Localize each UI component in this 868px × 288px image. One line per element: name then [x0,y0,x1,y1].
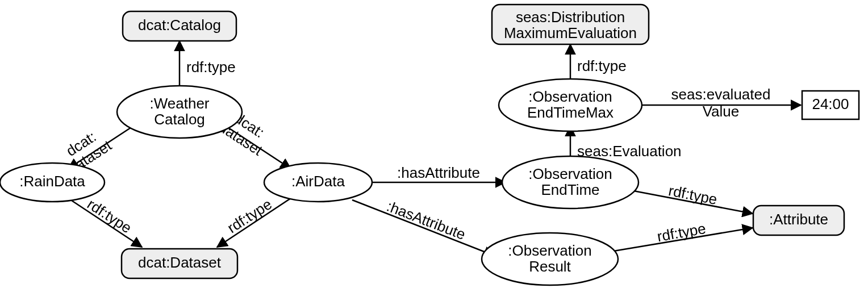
node-obs-result: :Observation Result [482,233,618,285]
node-dcat-dataset: dcat:Dataset [122,249,237,278]
edge-et-type-label: rdf:type [667,182,719,208]
node-air-data: :AirData [264,163,372,202]
node-literal-2400: 24:00 [802,91,859,119]
edge-etmax-type-label: rdf:type [577,57,627,74]
edge-etmax-value-label-1: seas:evaluated [671,86,771,103]
svg-text::Observation: :Observation [508,242,591,259]
edge-air-type-label: rdf:type [224,195,275,236]
svg-text:EndTime: EndTime [541,181,599,198]
svg-text:rdf:type: rdf:type [656,220,707,245]
svg-text:MaximumEvaluation: MaximumEvaluation [504,24,637,41]
svg-text::hasAttribute: :hasAttribute [385,198,468,243]
svg-text::AirData: :AirData [291,173,345,190]
edge-air-has-endtime-label: :hasAttribute [397,164,480,181]
svg-text:rdf:type: rdf:type [224,195,275,236]
svg-text:24:00: 24:00 [812,95,849,112]
edge-air-has-result-label: :hasAttribute [385,198,468,243]
edge-rain-type-label: rdf:type [84,195,135,236]
svg-text::Weather: :Weather [149,95,209,112]
svg-text:rdf:type: rdf:type [84,195,135,236]
svg-text:dcat:Dataset: dcat:Dataset [138,254,222,271]
svg-text:seas:Distribution: seas:Distribution [516,9,625,26]
svg-text::Observation: :Observation [528,165,612,182]
edge-etmax-value-label-2: Value [703,103,740,120]
svg-text:rdf:type: rdf:type [667,182,719,208]
node-dcat-catalog: dcat:Catalog [123,11,236,41]
node-obs-end-time-max: :Observation EndTimeMax [499,79,642,131]
node-seas-dist-max-eval: seas:Distribution MaximumEvaluation [492,5,649,44]
svg-text::Observation: :Observation [528,88,612,105]
edge-wc-type-label: rdf:type [186,59,236,76]
svg-text::RainData: :RainData [19,173,85,190]
node-weather-catalog: :Weather Catalog [117,86,242,138]
svg-text:EndTimeMax: EndTimeMax [527,104,614,121]
svg-text:Result: Result [529,258,571,275]
node-attribute: :Attribute [753,206,844,235]
rdf-graph-diagram: rdf:type dcat: dataset dcat: dataset rdf… [0,0,868,288]
svg-text:dcat:Catalog: dcat:Catalog [138,16,221,34]
svg-text:Catalog: Catalog [154,111,205,128]
svg-text::Attribute: :Attribute [769,211,828,228]
edge-result-type-label: rdf:type [656,220,707,245]
node-rain-data: :RainData [0,163,105,202]
node-obs-end-time: :Observation EndTime [502,156,639,208]
